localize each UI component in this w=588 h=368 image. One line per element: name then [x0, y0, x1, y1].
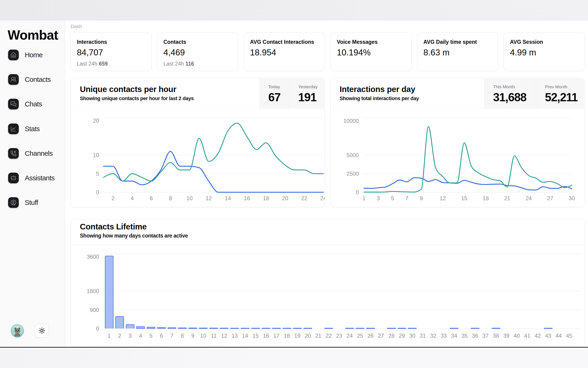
- svg-text:16: 16: [244, 195, 250, 201]
- svg-text:1800: 1800: [87, 288, 99, 294]
- svg-text:7: 7: [405, 195, 408, 201]
- svg-text:12: 12: [440, 195, 446, 201]
- svg-text:24: 24: [320, 195, 325, 201]
- svg-text:24: 24: [526, 195, 532, 201]
- svg-text:2: 2: [118, 332, 121, 339]
- svg-text:22: 22: [301, 195, 307, 201]
- svg-text:1: 1: [108, 332, 111, 339]
- svg-text:7: 7: [170, 332, 173, 339]
- svg-text:34: 34: [451, 332, 457, 339]
- svg-text:27: 27: [378, 332, 384, 339]
- svg-text:45: 45: [566, 332, 572, 339]
- svg-text:12: 12: [206, 195, 212, 201]
- svg-text:25: 25: [357, 332, 363, 339]
- svg-text:4: 4: [131, 195, 134, 201]
- svg-text:18: 18: [263, 195, 269, 201]
- svg-text:5: 5: [149, 332, 153, 339]
- svg-text:20: 20: [93, 118, 99, 124]
- svg-text:42: 42: [535, 332, 541, 339]
- svg-text:10000: 10000: [343, 118, 359, 124]
- svg-text:35: 35: [461, 332, 468, 339]
- svg-text:24: 24: [347, 332, 353, 339]
- svg-text:4: 4: [139, 332, 142, 339]
- svg-text:17: 17: [273, 332, 280, 339]
- svg-text:38: 38: [493, 332, 499, 339]
- svg-text:31: 31: [420, 332, 426, 339]
- svg-text:27: 27: [547, 195, 553, 201]
- svg-text:15: 15: [252, 332, 259, 339]
- svg-text:0: 0: [96, 325, 99, 332]
- svg-text:5: 5: [96, 171, 99, 177]
- svg-text:26: 26: [367, 332, 374, 339]
- svg-text:22: 22: [325, 332, 332, 339]
- svg-text:12: 12: [221, 332, 227, 339]
- svg-text:18: 18: [483, 195, 489, 201]
- svg-text:30: 30: [569, 195, 575, 201]
- svg-text:16: 16: [263, 332, 269, 339]
- svg-text:21: 21: [315, 332, 321, 339]
- svg-text:19: 19: [294, 332, 300, 339]
- svg-text:32: 32: [430, 332, 436, 339]
- svg-text:2500: 2500: [347, 171, 359, 177]
- svg-text:15: 15: [461, 195, 467, 201]
- svg-text:28: 28: [388, 332, 395, 339]
- svg-text:10: 10: [200, 332, 207, 339]
- svg-text:43: 43: [545, 332, 552, 339]
- svg-text:39: 39: [503, 332, 509, 339]
- svg-text:37: 37: [483, 332, 489, 339]
- svg-text:0: 0: [96, 189, 99, 195]
- svg-text:5000: 5000: [347, 152, 359, 158]
- svg-text:0: 0: [356, 189, 359, 195]
- svg-text:14: 14: [225, 195, 231, 201]
- svg-text:21: 21: [504, 195, 510, 201]
- svg-text:3600: 3600: [87, 254, 99, 260]
- svg-text:30: 30: [409, 332, 415, 339]
- svg-text:9: 9: [191, 332, 194, 339]
- svg-text:8: 8: [181, 332, 184, 339]
- svg-text:6: 6: [160, 332, 163, 339]
- svg-text:9: 9: [420, 195, 423, 201]
- svg-text:6: 6: [150, 195, 153, 201]
- svg-text:1: 1: [362, 195, 365, 201]
- svg-text:11: 11: [211, 332, 217, 339]
- svg-text:20: 20: [282, 195, 288, 201]
- svg-text:40: 40: [514, 332, 520, 339]
- svg-text:3: 3: [377, 195, 380, 201]
- svg-text:44: 44: [556, 332, 562, 339]
- svg-text:23: 23: [336, 332, 342, 339]
- svg-text:5: 5: [391, 195, 394, 201]
- svg-text:13: 13: [231, 332, 238, 339]
- svg-text:18: 18: [284, 332, 290, 339]
- svg-text:33: 33: [440, 332, 447, 339]
- svg-text:3: 3: [129, 332, 132, 339]
- svg-text:8: 8: [169, 195, 172, 201]
- svg-text:10: 10: [186, 195, 193, 201]
- svg-text:36: 36: [472, 332, 478, 339]
- svg-text:900: 900: [90, 307, 99, 313]
- svg-text:41: 41: [524, 332, 530, 339]
- svg-text:2: 2: [112, 195, 114, 201]
- svg-text:29: 29: [399, 332, 405, 339]
- svg-text:10: 10: [93, 152, 99, 158]
- svg-text:14: 14: [242, 332, 248, 339]
- svg-text:20: 20: [305, 332, 311, 339]
